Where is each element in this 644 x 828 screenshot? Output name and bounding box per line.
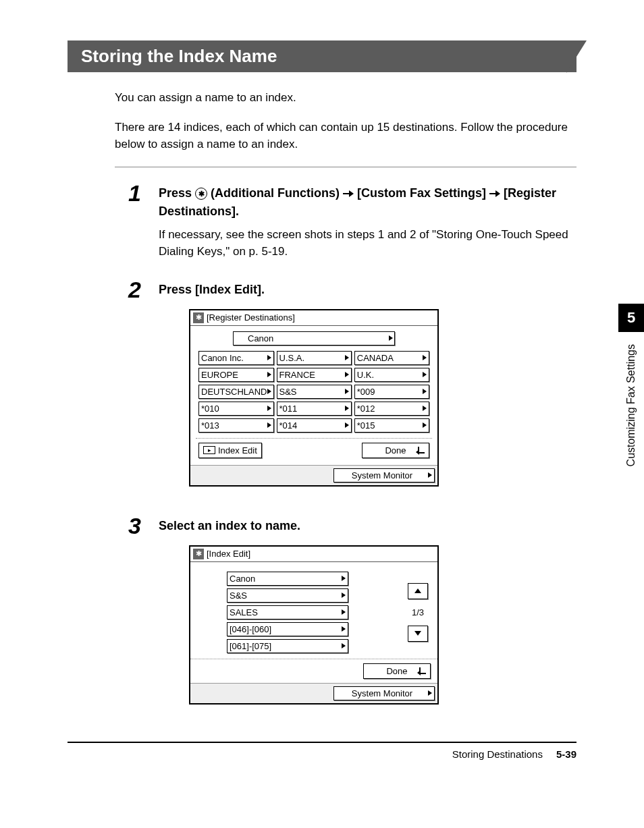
destination-label: *010	[201, 404, 219, 414]
step-3: 3 Select an index to name. ✱ [Index Edit…	[128, 517, 576, 721]
index-item-button[interactable]: [061]-[075]	[227, 639, 348, 653]
done-button[interactable]: Done	[362, 443, 429, 458]
destination-button[interactable]: *010	[198, 402, 274, 416]
chevron-right-icon	[342, 576, 346, 581]
destination-button[interactable]: *009	[354, 385, 429, 399]
destination-label: *012	[357, 404, 375, 414]
chevron-right-icon	[428, 690, 432, 696]
chapter-label: Customizing Fax Settings	[625, 344, 637, 466]
step1-text-press: Press	[159, 186, 195, 200]
chevron-right-icon	[345, 389, 349, 394]
step-3-heading: Select an index to name.	[159, 517, 576, 535]
destination-label: Canon Inc.	[201, 353, 244, 363]
chevron-right-icon	[423, 372, 427, 377]
chevron-right-icon	[423, 406, 427, 411]
index-item-button[interactable]: Canon	[227, 572, 348, 586]
destination-label: FRANCE	[279, 370, 315, 380]
index-item-label: [046]-[060]	[230, 624, 271, 634]
index-edit-button[interactable]: ▸ Index Edit	[198, 443, 262, 458]
destination-label: *013	[201, 420, 219, 431]
step-number: 2	[128, 278, 159, 301]
destination-label: DEUTSCHLAND	[201, 387, 267, 397]
destination-button[interactable]: U.S.A.	[277, 351, 352, 365]
screen-titlebar: ✱ [Register Destinations]	[190, 310, 437, 326]
arrow-icon	[343, 190, 354, 197]
footer-section: Storing Destinations	[452, 748, 543, 760]
selected-index-label: Canon	[236, 333, 273, 343]
intro-para-2: There are 14 indices, each of which can …	[115, 119, 576, 153]
step-1-heading: Press ✱ (Additional Functions) [Custom F…	[159, 184, 576, 221]
footer-page: 5-39	[556, 748, 576, 760]
step1-text-af: (Additional Functions)	[211, 186, 343, 200]
destination-label: U.S.A.	[279, 353, 305, 363]
destination-label: *009	[357, 387, 375, 397]
destination-button[interactable]: *013	[198, 418, 274, 433]
screen-titlebar: ✱ [Index Edit]	[190, 547, 437, 562]
chevron-right-icon	[342, 609, 346, 615]
destination-button[interactable]: S&S	[277, 385, 352, 399]
destination-button[interactable]: DEUTSCHLAND	[198, 385, 274, 399]
destination-button[interactable]: *012	[354, 402, 429, 416]
index-edit-screen: ✱ [Index Edit] CanonS&SSALES[046]-[060][…	[189, 545, 439, 705]
return-icon	[418, 447, 425, 453]
done-label: Done	[385, 445, 406, 456]
destination-label: *011	[279, 404, 298, 414]
chevron-right-icon	[345, 422, 349, 428]
destination-button[interactable]: CANADA	[354, 351, 429, 365]
chevron-right-icon	[345, 355, 349, 360]
destination-button[interactable]: *015	[354, 418, 429, 433]
destination-button[interactable]: Canon Inc.	[198, 351, 274, 365]
index-item-label: Canon	[230, 574, 255, 584]
system-monitor-label: System Monitor	[336, 470, 428, 480]
section-title: Storing the Index Name	[68, 40, 576, 72]
chevron-right-icon	[342, 592, 346, 598]
system-monitor-button[interactable]: System Monitor	[333, 468, 435, 482]
done-button[interactable]: Done	[363, 663, 431, 679]
screen-title: [Index Edit]	[207, 549, 250, 559]
index-item-button[interactable]: S&S	[227, 588, 348, 603]
list-icon: ▸	[203, 446, 215, 454]
chevron-right-icon	[345, 372, 349, 377]
additional-functions-icon: ✱	[195, 188, 207, 200]
chevron-right-icon	[267, 406, 271, 411]
destination-button[interactable]: FRANCE	[277, 368, 352, 382]
return-icon	[419, 667, 426, 674]
destination-button[interactable]: EUROPE	[198, 368, 274, 382]
settings-icon: ✱	[193, 312, 204, 323]
step-2: 2 Press [Index Edit]. ✱ [Register Destin…	[128, 281, 576, 503]
destination-button[interactable]: *014	[277, 418, 352, 433]
chevron-right-icon	[267, 355, 271, 360]
step-number: 3	[128, 514, 159, 537]
chevron-up-icon	[414, 588, 421, 593]
step-1-sub: If necessary, see the screen shots in st…	[159, 226, 576, 260]
index-item-label: S&S	[230, 590, 247, 601]
destination-label: EUROPE	[201, 370, 238, 380]
system-monitor-button[interactable]: System Monitor	[333, 686, 435, 700]
step-number: 1	[128, 182, 159, 204]
destination-label: U.K.	[357, 370, 374, 380]
done-label: Done	[386, 666, 407, 676]
index-item-button[interactable]: SALES	[227, 605, 348, 619]
chevron-right-icon	[342, 626, 346, 632]
chevron-right-icon	[423, 389, 427, 394]
chevron-right-icon	[428, 472, 432, 478]
destination-label: *014	[279, 420, 298, 431]
page-footer: Storing Destinations 5-39	[68, 742, 576, 760]
register-destinations-screen: ✱ [Register Destinations] Canon Canon In…	[189, 309, 439, 487]
scroll-down-button[interactable]	[408, 626, 428, 642]
scroll-up-button[interactable]	[408, 583, 428, 599]
step-2-heading: Press [Index Edit].	[159, 281, 576, 299]
destination-button[interactable]: *011	[277, 402, 352, 416]
intro-para-1: You can assign a name to an index.	[115, 89, 576, 107]
destination-label: *015	[357, 420, 375, 431]
chevron-right-icon	[342, 643, 346, 648]
index-item-button[interactable]: [046]-[060]	[227, 622, 348, 636]
selected-index-button[interactable]: Canon	[233, 331, 395, 346]
step1-text-custom: [Custom Fax Settings]	[357, 186, 489, 200]
chevron-down-icon	[414, 631, 421, 636]
chevron-right-icon	[267, 422, 271, 428]
chevron-right-icon	[389, 335, 393, 341]
chevron-right-icon	[267, 372, 271, 377]
destination-label: CANADA	[357, 353, 394, 363]
destination-button[interactable]: U.K.	[354, 368, 429, 382]
